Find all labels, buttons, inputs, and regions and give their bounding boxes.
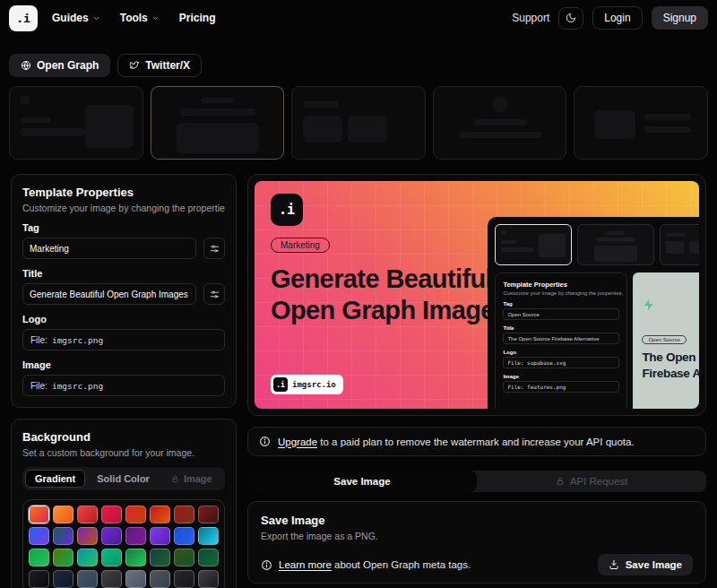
tab-save-image[interactable]: Save Image bbox=[247, 471, 477, 492]
template-properties-panel: Template Properties Customize your image… bbox=[11, 174, 237, 408]
gradient-swatch[interactable] bbox=[53, 549, 73, 566]
gradient-swatch[interactable] bbox=[150, 506, 170, 523]
mini-og-preview: Open Source The Open Source Firebase Alt… bbox=[633, 272, 699, 409]
header-actions: Support Login Signup bbox=[512, 6, 708, 30]
title-input[interactable] bbox=[22, 283, 196, 305]
signup-button[interactable]: Signup bbox=[652, 6, 708, 30]
nav-pricing[interactable]: Pricing bbox=[179, 12, 216, 24]
gradient-swatch[interactable] bbox=[101, 570, 122, 588]
upgrade-notice: Upgrade to a paid plan to remove the wat… bbox=[247, 427, 706, 456]
tab-solid-color[interactable]: Solid Color bbox=[87, 470, 160, 488]
save-image-button[interactable]: Save Image bbox=[598, 554, 693, 575]
template-thumbnail[interactable] bbox=[9, 86, 143, 160]
gradient-swatch[interactable] bbox=[174, 527, 194, 545]
panel-description: Set a custom background for your image. bbox=[22, 447, 225, 458]
gradient-swatch[interactable] bbox=[198, 549, 219, 566]
panel-title: Save Image bbox=[261, 514, 693, 527]
support-link[interactable]: Support bbox=[512, 12, 549, 24]
tab-image[interactable]: Image bbox=[161, 470, 222, 488]
watermark-badge: .i imgsrc.io bbox=[271, 375, 343, 394]
mini-image-input: File: features.png bbox=[503, 381, 619, 393]
gradient-swatch[interactable] bbox=[29, 549, 49, 566]
tag-adjust-button[interactable] bbox=[203, 238, 225, 259]
mini-logo-input: File: supabase.svg bbox=[503, 357, 619, 368]
template-thumbnail[interactable] bbox=[291, 86, 426, 160]
gradient-swatch[interactable] bbox=[125, 527, 146, 545]
login-button[interactable]: Login bbox=[592, 6, 642, 30]
gradient-swatch[interactable] bbox=[198, 570, 219, 588]
app-logo[interactable]: .i bbox=[9, 5, 38, 31]
gradient-swatch[interactable] bbox=[174, 506, 194, 523]
image-file-input[interactable]: File: imgsrc.png bbox=[22, 375, 225, 396]
nav-tools[interactable]: Tools bbox=[120, 12, 160, 24]
gradient-swatch[interactable] bbox=[125, 549, 146, 566]
nav-guides[interactable]: Guides bbox=[52, 12, 100, 24]
gradient-swatch[interactable] bbox=[174, 549, 194, 566]
tag-input[interactable] bbox=[22, 238, 196, 259]
image-type-tabs: Open Graph Twitter/X bbox=[9, 54, 717, 77]
sliders-icon bbox=[210, 244, 220, 254]
preview-title: Generate Beautiful Open Graph Images bbox=[271, 264, 508, 327]
gradient-swatch[interactable] bbox=[150, 527, 170, 545]
gradient-swatch[interactable] bbox=[150, 570, 170, 588]
gradient-swatch[interactable] bbox=[101, 527, 122, 545]
panel-description: Export the image as a PNG. bbox=[261, 531, 693, 541]
chevron-down-icon bbox=[151, 14, 160, 22]
image-label: Image bbox=[22, 359, 225, 370]
gradient-swatch[interactable] bbox=[53, 527, 73, 545]
gradient-swatch[interactable] bbox=[198, 506, 219, 523]
tag-label: Tag bbox=[22, 222, 225, 233]
gradient-swatch[interactable] bbox=[77, 506, 98, 523]
chevron-down-icon bbox=[92, 14, 100, 22]
theme-toggle-button[interactable] bbox=[558, 7, 583, 30]
learn-more-link[interactable]: Learn more bbox=[279, 559, 332, 570]
gradient-swatch[interactable] bbox=[53, 506, 73, 523]
right-column: .i Marketing Generate Beautiful Open Gra… bbox=[247, 174, 706, 584]
tab-open-graph[interactable]: Open Graph bbox=[9, 54, 110, 77]
sliders-icon bbox=[210, 290, 220, 299]
gradient-swatch[interactable] bbox=[29, 570, 49, 588]
gradient-swatch[interactable] bbox=[29, 527, 49, 545]
lock-icon bbox=[556, 477, 565, 486]
panel-title: Template Properties bbox=[22, 186, 225, 199]
gradient-swatch[interactable] bbox=[198, 527, 219, 545]
panel-title: Background bbox=[22, 430, 225, 444]
template-thumbnail[interactable] bbox=[433, 86, 567, 160]
image-file-name: imgsrc.png bbox=[52, 381, 103, 391]
gradient-swatch[interactable] bbox=[150, 549, 170, 566]
gradient-swatch[interactable] bbox=[125, 506, 146, 523]
background-type-tabs: Gradient Solid Color Image bbox=[22, 467, 225, 490]
tab-twitter-x[interactable]: Twitter/X bbox=[117, 54, 202, 77]
tab-gradient[interactable]: Gradient bbox=[25, 470, 85, 488]
gradient-swatch[interactable] bbox=[174, 570, 194, 588]
save-image-panel: Save Image Export the image as a PNG. Le… bbox=[247, 501, 706, 584]
gradient-swatch[interactable] bbox=[29, 506, 49, 523]
gradient-swatch[interactable] bbox=[77, 549, 98, 566]
title-adjust-button[interactable] bbox=[203, 283, 225, 305]
panel-description: Customize your image by changing the pro… bbox=[22, 203, 225, 213]
gradient-swatch[interactable] bbox=[53, 570, 73, 588]
og-image-preview-card: .i Marketing Generate Beautiful Open Gra… bbox=[247, 174, 706, 416]
gradient-swatch-panel bbox=[22, 499, 225, 588]
twitter-bird-icon bbox=[129, 60, 140, 71]
gradient-swatch[interactable] bbox=[101, 549, 122, 566]
tab-api-request[interactable]: API Request bbox=[477, 471, 706, 492]
preview-tag-pill: Marketing bbox=[271, 238, 330, 253]
upgrade-link[interactable]: Upgrade bbox=[278, 437, 317, 447]
template-thumbnail[interactable] bbox=[151, 86, 285, 160]
main-content: Template Properties Customize your image… bbox=[11, 174, 706, 588]
info-icon bbox=[261, 559, 272, 571]
template-thumbnail[interactable] bbox=[574, 86, 708, 160]
logo-file-input[interactable]: File: imgsrc.png bbox=[22, 329, 225, 350]
mini-title-input: The Open Source Firebase Alternative bbox=[503, 333, 619, 344]
mini-preview-tag: Open Source bbox=[642, 335, 686, 344]
download-icon bbox=[609, 559, 619, 570]
gradient-swatch[interactable] bbox=[125, 570, 146, 588]
left-column: Template Properties Customize your image… bbox=[11, 174, 237, 588]
mini-template-thumbnail bbox=[495, 224, 572, 265]
gradient-swatch[interactable] bbox=[77, 527, 98, 545]
gradient-swatch[interactable] bbox=[101, 506, 122, 523]
moon-icon bbox=[566, 13, 576, 23]
gradient-swatch[interactable] bbox=[77, 570, 98, 588]
template-thumbnail-row bbox=[9, 86, 708, 160]
